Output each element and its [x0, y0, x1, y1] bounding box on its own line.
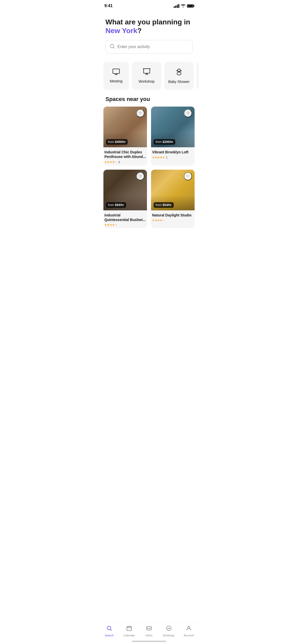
home-indicator [132, 641, 166, 642]
search-icon [110, 44, 115, 50]
space-image-1: ♡ from $450/hr [103, 107, 147, 147]
nav-calendar-label: Calendar [124, 634, 135, 637]
space-rating-3: ★★★★★ [104, 223, 146, 227]
battery-icon [187, 4, 194, 8]
status-time: 9:41 [104, 4, 113, 8]
status-icons [174, 4, 194, 8]
svg-rect-2 [144, 69, 150, 73]
category-item-baby-shower[interactable]: Baby Shower [164, 62, 194, 90]
space-image-2: ♡ from $200/hr [151, 107, 195, 147]
nav-bookings[interactable]: Bookings [161, 625, 177, 637]
svg-rect-8 [127, 626, 131, 631]
header: What are you planning in New York? [99, 10, 199, 40]
nav-calendar[interactable]: Calendar [121, 625, 137, 637]
spaces-section-title: Spaces near you [99, 94, 199, 107]
svg-point-11 [167, 626, 171, 631]
price-tag-1: from $450/hr [106, 139, 128, 145]
spaces-grid: ♡ from $450/hr Industrial Chic Duplex Pe… [99, 107, 199, 254]
stars-3: ★★★★★ [104, 223, 117, 227]
search-input[interactable] [117, 45, 188, 49]
space-image-3: ♡ from $94/hr [103, 170, 147, 210]
svg-point-5 [178, 70, 179, 70]
presentation-icon [143, 68, 151, 77]
title-text: What are you planning in [105, 18, 190, 26]
price-tag-4: from $54/hr [154, 202, 174, 208]
svg-point-6 [180, 70, 180, 70]
svg-rect-1 [113, 69, 119, 74]
space-name-4: Natural Daylight Studio [152, 213, 194, 217]
svg-point-12 [188, 626, 190, 628]
favorite-button-4[interactable]: ♡ [184, 172, 192, 180]
review-count-2: 1 [166, 155, 168, 159]
category-label-baby-shower: Baby Shower [168, 80, 189, 84]
category-label-meeting: Meeting [110, 79, 123, 83]
space-info-1: Industrial Chic Duplex Penthouse with Ab… [103, 147, 147, 165]
space-rating-2: ★★★★★ 1 [152, 155, 194, 159]
bookings-nav-icon [166, 625, 172, 633]
title-question: ? [137, 27, 142, 35]
category-label-workshop: Workshop [139, 79, 155, 83]
nav-search[interactable]: Search [102, 625, 117, 637]
search-bar[interactable] [105, 40, 193, 54]
price-tag-2: from $200/hr [154, 139, 175, 145]
account-nav-icon [186, 625, 192, 633]
city-name: New York [105, 27, 137, 35]
category-item-workshop[interactable]: Workshop [132, 62, 161, 90]
nav-account[interactable]: Account [181, 625, 196, 637]
signal-icon [174, 4, 179, 8]
calendar-nav-icon [126, 625, 132, 633]
space-card-4[interactable]: ♡ from $54/hr Natural Daylight Studio ★★… [151, 170, 195, 228]
space-card-2[interactable]: ♡ from $200/hr Vibrant Brooklyn Loft ★★★… [151, 107, 195, 165]
stars-4: ★★★★★ [152, 218, 165, 222]
space-info-2: Vibrant Brooklyn Loft ★★★★★ 1 [151, 147, 195, 161]
space-card-3[interactable]: ♡ from $94/hr Industrial Quintessential … [103, 170, 147, 228]
category-item-more[interactable]: ••• More [197, 62, 199, 90]
search-nav-icon [106, 625, 112, 633]
stars-1: ★★★★★ [104, 160, 117, 164]
favorite-button-1[interactable]: ♡ [136, 109, 144, 117]
space-info-3: Industrial Quintessential Bushwi... ★★★★… [103, 210, 147, 228]
nav-inbox-label: Inbox [146, 634, 153, 637]
category-item-meeting[interactable]: Meeting [103, 62, 129, 90]
favorite-button-2[interactable]: ♡ [184, 109, 192, 117]
space-card-1[interactable]: ♡ from $450/hr Industrial Chic Duplex Pe… [103, 107, 147, 165]
nav-account-label: Account [184, 634, 194, 637]
nav-bookings-label: Bookings [163, 634, 174, 637]
space-info-4: Natural Daylight Studio ★★★★★ [151, 210, 195, 224]
inbox-nav-icon [146, 625, 152, 633]
category-scroll: Meeting Workshop Baby Shower ••• M [99, 61, 199, 94]
status-bar: 9:41 [99, 0, 199, 10]
nav-inbox[interactable]: Inbox [141, 625, 157, 637]
space-name-1: Industrial Chic Duplex Penthouse with Ab… [104, 150, 146, 159]
baby-icon [175, 68, 183, 77]
space-rating-4: ★★★★★ [152, 218, 194, 222]
space-image-4: ♡ from $54/hr [151, 170, 195, 210]
space-rating-1: ★★★★★ 4 [104, 160, 146, 164]
price-tag-3: from $94/hr [106, 202, 126, 208]
space-name-2: Vibrant Brooklyn Loft [152, 150, 194, 154]
wifi-icon [181, 4, 185, 8]
page-title: What are you planning in New York? [105, 18, 193, 35]
stars-2: ★★★★★ [152, 156, 165, 159]
nav-search-label: Search [105, 634, 114, 637]
review-count-1: 4 [118, 160, 120, 164]
space-name-3: Industrial Quintessential Bushwi... [104, 213, 146, 222]
favorite-button-3[interactable]: ♡ [136, 172, 144, 180]
svg-point-4 [177, 72, 181, 75]
monitor-icon [112, 68, 120, 77]
